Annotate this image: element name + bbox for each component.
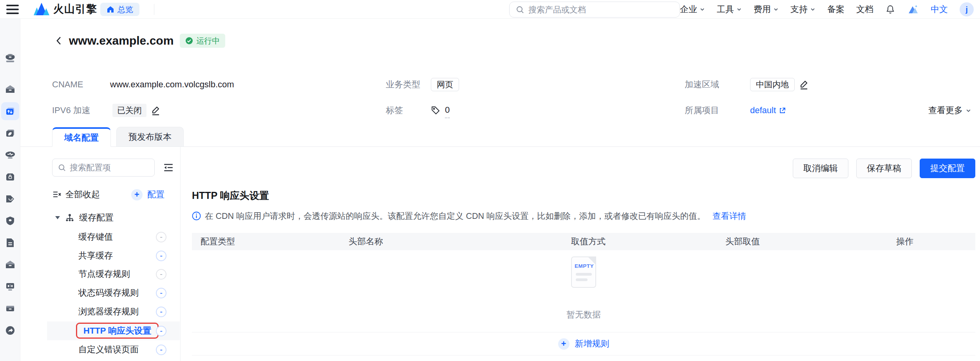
tree-item-shared-cache[interactable]: 共享缓存 - (47, 246, 180, 265)
ipv6-value: 已关闭 (112, 103, 161, 117)
volcengine-assistant-icon[interactable] (907, 4, 919, 15)
cloud-monitor-icon[interactable] (4, 150, 16, 160)
domain-config-icon[interactable] (1, 102, 19, 120)
tags-value: 0 (431, 103, 450, 117)
bell-icon[interactable] (885, 4, 895, 14)
statistics-icon[interactable] (5, 282, 15, 292)
hamburger-menu-icon[interactable] (6, 5, 19, 14)
add-config-button[interactable]: + 配置 (131, 189, 165, 200)
document-icon[interactable] (5, 238, 15, 248)
global-search[interactable] (509, 2, 680, 18)
column-header-value: 头部取值 (717, 236, 888, 247)
project-link[interactable]: default (750, 103, 786, 117)
chevron-down-icon (966, 108, 971, 114)
edit-actions: 取消编辑 保存草稿 提交配置 (793, 159, 975, 178)
sitemap-icon (65, 213, 74, 222)
tag-icon (431, 106, 440, 115)
rule-count-badge[interactable]: - (156, 288, 166, 298)
region-label: 加速区域 (685, 78, 719, 92)
add-rule-button[interactable]: + 新增规则 (192, 332, 975, 356)
back-icon[interactable] (56, 36, 63, 46)
config-search[interactable] (52, 159, 155, 177)
overview-button[interactable]: 总览 (100, 3, 139, 16)
business-type-value: 网页 (431, 78, 459, 92)
config-tree-panel: 全部收起 + 配置 缓存配置 缓存键值 - 共享缓存 - 节点缓存规则 - 状态… (47, 147, 181, 361)
origin-home-icon[interactable] (5, 260, 15, 270)
nav-menu-enterprise[interactable]: 企业 (680, 4, 705, 15)
edit-pencil-icon[interactable] (799, 79, 809, 90)
tree-item-node-cache-rules[interactable]: 节点缓存规则 - (47, 265, 180, 283)
tab-domain-config[interactable]: 域名配置 (52, 127, 111, 147)
project-label: 所属项目 (685, 103, 719, 117)
navbar-right-cluster: 企业 工具 费用 支持 备案 文档 中文 j (680, 0, 974, 19)
icon-rail-sidebar (0, 19, 20, 361)
language-switcher[interactable]: 中文 (931, 4, 948, 15)
volcengine-mountain-icon (33, 2, 50, 16)
column-header-name: 头部名称 (340, 236, 562, 247)
secure-box-icon[interactable] (5, 172, 15, 182)
home-icon (107, 5, 114, 13)
page-title: www.example.com (69, 34, 174, 47)
transfer-icon[interactable] (5, 325, 15, 336)
tree-item-status-code-cache-rules[interactable]: 状态码缓存规则 - (47, 283, 180, 302)
rule-count-badge[interactable]: - (156, 345, 166, 355)
cdn-network-icon[interactable] (4, 52, 16, 64)
top-navbar: 火山引擎 总览 企业 工具 费用 支持 备案 文档 中文 j (0, 0, 980, 19)
ipv6-label: IPV6 加速 (52, 103, 90, 117)
external-link-icon (779, 107, 786, 114)
table-header-row: 配置类型 头部名称 取值方式 头部取值 操作 (192, 233, 975, 250)
nav-menu-support[interactable]: 支持 (790, 4, 815, 15)
view-more-button[interactable]: 查看更多 (928, 103, 971, 117)
detail-link[interactable]: 查看详情 (712, 210, 746, 222)
plus-icon: + (131, 189, 143, 200)
table-empty-state: EMPTY 暂无数据 (192, 250, 975, 332)
region-value: 中国内地 (750, 78, 809, 92)
tag-count[interactable]: 0 (445, 103, 450, 118)
rule-count-badge[interactable]: - (156, 307, 166, 317)
page-title-row: www.example.com 运行中 (56, 34, 225, 48)
selected-item-highlight: HTTP 响应头设置 (76, 323, 159, 339)
search-icon (58, 164, 66, 172)
nav-menu-icp[interactable]: 备案 (827, 4, 844, 15)
response-headers-table: 配置类型 头部名称 取值方式 头部取值 操作 EMPTY 暂无数据 + 新增规则 (192, 233, 975, 356)
inbox-icon[interactable] (5, 303, 15, 314)
chevron-down-icon (736, 7, 742, 12)
nav-menu-billing[interactable]: 费用 (754, 4, 779, 15)
search-icon (516, 5, 524, 14)
rule-count-badge[interactable]: - (156, 251, 166, 261)
user-avatar[interactable]: j (960, 2, 974, 16)
brand-logo[interactable]: 火山引擎 (33, 2, 97, 16)
rule-count-badge[interactable]: - (156, 326, 166, 336)
section-title: HTTP 响应头设置 (192, 189, 269, 202)
save-draft-button[interactable]: 保存草稿 (856, 159, 912, 178)
submit-config-button[interactable]: 提交配置 (920, 159, 975, 178)
tree-group-cache-config[interactable]: 缓存配置 (55, 208, 114, 227)
package-rocket-icon[interactable] (5, 128, 15, 138)
refresh-tag-icon[interactable] (5, 194, 15, 204)
main-content: 取消编辑 保存草稿 提交配置 HTTP 响应头设置 在 CDN 响应用户请求时，… (192, 147, 975, 361)
section-description: 在 CDN 响应用户请求时，会透传源站的响应头。该配置允许您自定义 CDN 响应… (192, 210, 746, 222)
home-icon[interactable] (5, 84, 15, 94)
tree-item-browser-cache-rules[interactable]: 浏览器缓存规则 - (47, 302, 180, 321)
edit-pencil-icon[interactable] (151, 105, 161, 116)
shield-icon[interactable] (5, 216, 15, 226)
tree-item-custom-error-page[interactable]: 自定义错误页面 - (47, 340, 180, 359)
caret-down-icon (55, 216, 60, 220)
rule-count-badge[interactable]: - (156, 269, 166, 280)
tree-toolbar: 全部收起 + 配置 (52, 186, 165, 203)
nav-menu-docs[interactable]: 文档 (856, 4, 873, 15)
plus-icon: + (558, 338, 570, 350)
global-search-input[interactable] (528, 5, 662, 14)
tree-item-cache-key[interactable]: 缓存键值 - (47, 227, 180, 246)
chevron-down-icon (810, 7, 815, 12)
config-search-input[interactable] (70, 163, 140, 172)
tree-item-http-response-headers[interactable]: HTTP 响应头设置 - (47, 321, 180, 340)
rule-count-badge[interactable]: - (156, 232, 166, 242)
collapse-all-button[interactable]: 全部收起 (65, 189, 100, 200)
cancel-edit-button[interactable]: 取消编辑 (793, 159, 848, 178)
rail-divider (3, 55, 17, 55)
fold-panel-icon[interactable] (163, 162, 174, 173)
collapse-all-icon (52, 190, 61, 199)
tab-pre-release[interactable]: 预发布版本 (116, 127, 184, 146)
nav-menu-tools[interactable]: 工具 (717, 4, 742, 15)
